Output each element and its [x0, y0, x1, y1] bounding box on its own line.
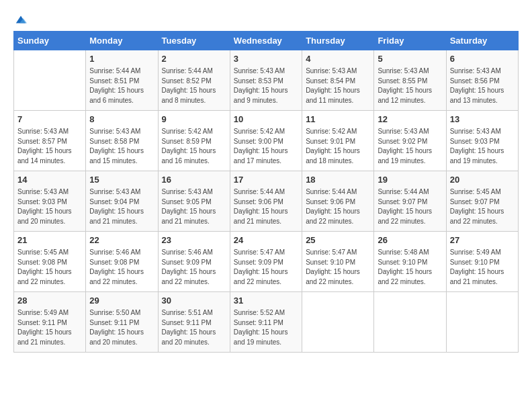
col-header-friday: Friday: [374, 32, 446, 50]
day-info: Sunrise: 5:43 AM Sunset: 8:53 PM Dayligh…: [234, 66, 298, 105]
day-number: 15: [89, 174, 154, 186]
day-number: 22: [89, 234, 154, 246]
col-header-monday: Monday: [86, 32, 158, 50]
calendar-cell: [446, 292, 518, 353]
day-info: Sunrise: 5:50 AM Sunset: 9:11 PM Dayligh…: [89, 308, 154, 347]
day-number: 12: [378, 113, 442, 126]
day-info: Sunrise: 5:43 AM Sunset: 8:55 PM Dayligh…: [378, 66, 442, 105]
day-info: Sunrise: 5:49 AM Sunset: 9:11 PM Dayligh…: [17, 308, 82, 347]
calendar-cell: 22Sunrise: 5:46 AM Sunset: 9:08 PM Dayli…: [86, 232, 158, 292]
day-info: Sunrise: 5:43 AM Sunset: 9:03 PM Dayligh…: [17, 187, 82, 226]
calendar-table: SundayMondayTuesdayWednesdayThursdayFrid…: [13, 31, 519, 353]
day-info: Sunrise: 5:46 AM Sunset: 9:09 PM Dayligh…: [162, 248, 226, 287]
logo-icon: [15, 13, 27, 26]
day-number: 21: [17, 234, 82, 246]
calendar-cell: 4Sunrise: 5:43 AM Sunset: 8:54 PM Daylig…: [302, 50, 374, 111]
day-number: 26: [378, 234, 442, 246]
calendar-cell: 16Sunrise: 5:43 AM Sunset: 9:05 PM Dayli…: [158, 171, 230, 232]
calendar-cell: [14, 50, 86, 111]
calendar-week-row: 21Sunrise: 5:45 AM Sunset: 9:08 PM Dayli…: [14, 232, 519, 292]
day-info: Sunrise: 5:43 AM Sunset: 9:05 PM Dayligh…: [162, 187, 226, 226]
day-number: 31: [234, 295, 298, 307]
calendar-cell: 12Sunrise: 5:43 AM Sunset: 9:02 PM Dayli…: [374, 111, 446, 171]
calendar-cell: 13Sunrise: 5:43 AM Sunset: 9:03 PM Dayli…: [446, 111, 518, 171]
day-info: Sunrise: 5:43 AM Sunset: 9:04 PM Dayligh…: [89, 187, 154, 226]
calendar-cell: 15Sunrise: 5:43 AM Sunset: 9:04 PM Dayli…: [86, 171, 158, 232]
calendar-cell: 31Sunrise: 5:52 AM Sunset: 9:11 PM Dayli…: [230, 292, 302, 353]
day-number: 25: [306, 234, 370, 246]
calendar-cell: 14Sunrise: 5:43 AM Sunset: 9:03 PM Dayli…: [14, 171, 86, 232]
day-number: 24: [234, 234, 298, 246]
day-number: 27: [450, 234, 515, 246]
day-info: Sunrise: 5:45 AM Sunset: 9:07 PM Dayligh…: [450, 187, 515, 226]
calendar-cell: 8Sunrise: 5:43 AM Sunset: 8:58 PM Daylig…: [86, 111, 158, 171]
calendar-cell: 6Sunrise: 5:43 AM Sunset: 8:56 PM Daylig…: [446, 50, 518, 111]
calendar-cell: 2Sunrise: 5:44 AM Sunset: 8:52 PM Daylig…: [158, 50, 230, 111]
col-header-sunday: Sunday: [14, 32, 86, 50]
day-number: 5: [378, 53, 442, 65]
calendar-cell: 28Sunrise: 5:49 AM Sunset: 9:11 PM Dayli…: [14, 292, 86, 353]
day-info: Sunrise: 5:43 AM Sunset: 8:56 PM Dayligh…: [450, 66, 515, 105]
calendar-cell: 17Sunrise: 5:44 AM Sunset: 9:06 PM Dayli…: [230, 171, 302, 232]
calendar-cell: 29Sunrise: 5:50 AM Sunset: 9:11 PM Dayli…: [86, 292, 158, 353]
day-number: 23: [162, 234, 226, 246]
day-info: Sunrise: 5:43 AM Sunset: 9:02 PM Dayligh…: [378, 127, 442, 166]
day-number: 6: [450, 53, 515, 65]
day-number: 30: [162, 295, 226, 307]
day-info: Sunrise: 5:44 AM Sunset: 9:06 PM Dayligh…: [234, 187, 298, 226]
day-number: 17: [234, 174, 298, 186]
day-number: 13: [450, 113, 515, 126]
day-info: Sunrise: 5:44 AM Sunset: 8:52 PM Dayligh…: [162, 66, 226, 105]
day-info: Sunrise: 5:49 AM Sunset: 9:10 PM Dayligh…: [450, 248, 515, 287]
logo: [13, 13, 27, 24]
day-number: 14: [17, 174, 82, 186]
col-header-tuesday: Tuesday: [158, 32, 230, 50]
day-info: Sunrise: 5:44 AM Sunset: 9:06 PM Dayligh…: [306, 187, 370, 226]
day-number: 11: [306, 113, 370, 126]
calendar-cell: 9Sunrise: 5:42 AM Sunset: 8:59 PM Daylig…: [158, 111, 230, 171]
page-header: [13, 13, 519, 24]
calendar-week-row: 14Sunrise: 5:43 AM Sunset: 9:03 PM Dayli…: [14, 171, 519, 232]
day-number: 28: [17, 295, 82, 307]
day-number: 19: [378, 174, 442, 186]
calendar-cell: 1Sunrise: 5:44 AM Sunset: 8:51 PM Daylig…: [86, 50, 158, 111]
calendar-cell: 25Sunrise: 5:47 AM Sunset: 9:10 PM Dayli…: [302, 232, 374, 292]
day-info: Sunrise: 5:51 AM Sunset: 9:11 PM Dayligh…: [162, 308, 226, 347]
day-number: 10: [234, 113, 298, 126]
calendar-cell: [374, 292, 446, 353]
day-number: 4: [306, 53, 370, 65]
col-header-wednesday: Wednesday: [230, 32, 302, 50]
calendar-header-row: SundayMondayTuesdayWednesdayThursdayFrid…: [14, 32, 519, 50]
day-info: Sunrise: 5:42 AM Sunset: 9:00 PM Dayligh…: [234, 127, 298, 166]
calendar-cell: 26Sunrise: 5:48 AM Sunset: 9:10 PM Dayli…: [374, 232, 446, 292]
day-info: Sunrise: 5:43 AM Sunset: 8:54 PM Dayligh…: [306, 66, 370, 105]
day-number: 1: [89, 53, 154, 65]
day-number: 29: [89, 295, 154, 307]
day-number: 7: [17, 113, 82, 126]
col-header-thursday: Thursday: [302, 32, 374, 50]
day-info: Sunrise: 5:44 AM Sunset: 8:51 PM Dayligh…: [89, 66, 154, 105]
day-info: Sunrise: 5:43 AM Sunset: 8:57 PM Dayligh…: [17, 127, 82, 166]
calendar-cell: 7Sunrise: 5:43 AM Sunset: 8:57 PM Daylig…: [14, 111, 86, 171]
calendar-cell: 5Sunrise: 5:43 AM Sunset: 8:55 PM Daylig…: [374, 50, 446, 111]
day-info: Sunrise: 5:46 AM Sunset: 9:08 PM Dayligh…: [89, 248, 154, 287]
day-info: Sunrise: 5:45 AM Sunset: 9:08 PM Dayligh…: [17, 248, 82, 287]
day-info: Sunrise: 5:52 AM Sunset: 9:11 PM Dayligh…: [234, 308, 298, 347]
calendar-week-row: 7Sunrise: 5:43 AM Sunset: 8:57 PM Daylig…: [14, 111, 519, 171]
calendar-cell: 18Sunrise: 5:44 AM Sunset: 9:06 PM Dayli…: [302, 171, 374, 232]
calendar-week-row: 28Sunrise: 5:49 AM Sunset: 9:11 PM Dayli…: [14, 292, 519, 353]
day-info: Sunrise: 5:44 AM Sunset: 9:07 PM Dayligh…: [378, 187, 442, 226]
col-header-saturday: Saturday: [446, 32, 518, 50]
calendar-cell: 3Sunrise: 5:43 AM Sunset: 8:53 PM Daylig…: [230, 50, 302, 111]
calendar-cell: 27Sunrise: 5:49 AM Sunset: 9:10 PM Dayli…: [446, 232, 518, 292]
day-info: Sunrise: 5:47 AM Sunset: 9:09 PM Dayligh…: [234, 248, 298, 287]
calendar-cell: 23Sunrise: 5:46 AM Sunset: 9:09 PM Dayli…: [158, 232, 230, 292]
day-number: 16: [162, 174, 226, 186]
calendar-cell: [302, 292, 374, 353]
calendar-cell: 10Sunrise: 5:42 AM Sunset: 9:00 PM Dayli…: [230, 111, 302, 171]
day-number: 20: [450, 174, 515, 186]
day-info: Sunrise: 5:47 AM Sunset: 9:10 PM Dayligh…: [306, 248, 370, 287]
calendar-cell: 24Sunrise: 5:47 AM Sunset: 9:09 PM Dayli…: [230, 232, 302, 292]
day-info: Sunrise: 5:42 AM Sunset: 9:01 PM Dayligh…: [306, 127, 370, 166]
day-info: Sunrise: 5:42 AM Sunset: 8:59 PM Dayligh…: [162, 127, 226, 166]
